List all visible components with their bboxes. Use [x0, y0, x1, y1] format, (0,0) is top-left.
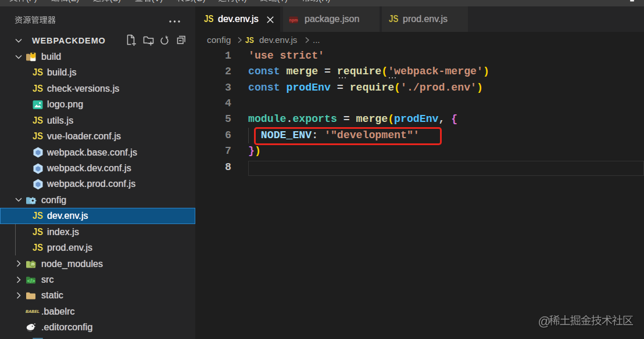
- svg-text:(S): (S): [110, 0, 121, 3]
- svg-text:</>: </>: [27, 277, 35, 284]
- svg-text:@: @: [538, 315, 551, 329]
- svg-text:(H): (H): [319, 0, 330, 3]
- svg-text:(T): (T): [277, 0, 288, 3]
- svg-text:(R): (R): [235, 0, 247, 3]
- svg-text:JS: JS: [31, 262, 35, 265]
- svg-text:(G): (G): [194, 0, 206, 3]
- svg-text:npm: npm: [289, 18, 298, 23]
- svg-text:(V): (V): [152, 0, 163, 3]
- svg-text:(E): (E): [68, 0, 79, 3]
- svg-text:(F): (F): [26, 0, 37, 3]
